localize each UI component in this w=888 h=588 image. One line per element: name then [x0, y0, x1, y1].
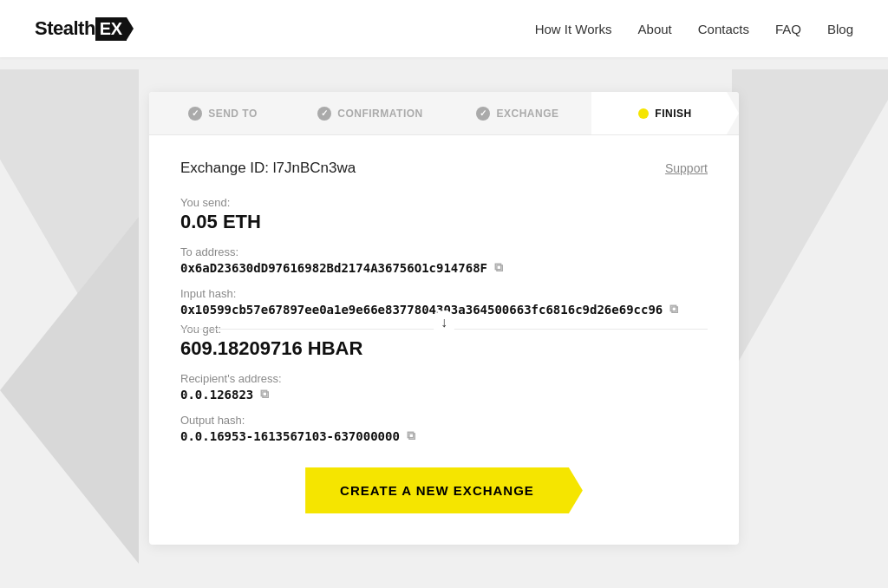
- nav-how-it-works[interactable]: How It Works: [535, 22, 612, 36]
- to-address-label: To address:: [180, 245, 708, 258]
- logo: StealthEX: [35, 17, 127, 41]
- logo-text-stealth: Stealth: [35, 17, 95, 40]
- exchange-card: ✓ SEND TO ✓ CONFIRMATION ✓ EXCHANGE FINI…: [149, 92, 739, 545]
- copy-input-hash-icon[interactable]: ⧉: [669, 302, 678, 317]
- output-hash-section: Output hash: 0.0.16953-1613567103-637000…: [180, 414, 708, 443]
- to-address-section: To address: 0x6aD23630dD97616982Bd2174A3…: [180, 245, 708, 275]
- step-send-to: ✓ SEND TO: [149, 92, 297, 134]
- steps-bar: ✓ SEND TO ✓ CONFIRMATION ✓ EXCHANGE FINI…: [149, 92, 739, 135]
- nav-faq[interactable]: FAQ: [775, 22, 801, 36]
- input-hash-label: Input hash:: [180, 287, 708, 300]
- step-send-to-icon: ✓: [188, 107, 202, 121]
- step-send-to-label: SEND TO: [208, 108, 258, 120]
- exchange-id: Exchange ID: l7JnBCn3wa: [180, 160, 356, 177]
- step-exchange-icon: ✓: [476, 107, 490, 121]
- step-finish: FINISH: [591, 92, 739, 134]
- step-confirmation: ✓ CONFIRMATION: [297, 92, 444, 134]
- output-hash-value: 0.0.16953-1613567103-637000000 ⧉: [180, 428, 708, 443]
- step-exchange: ✓ EXCHANGE: [444, 92, 591, 134]
- card-body: Exchange ID: l7JnBCn3wa Support You send…: [149, 135, 739, 545]
- main-content: ✓ SEND TO ✓ CONFIRMATION ✓ EXCHANGE FINI…: [0, 57, 888, 579]
- copy-output-hash-icon[interactable]: ⧉: [407, 428, 415, 443]
- step-confirmation-label: CONFIRMATION: [337, 108, 422, 120]
- you-get-value: 609.18209716 HBAR: [180, 337, 708, 360]
- step-finish-icon: [638, 108, 649, 119]
- recipient-address-section: Recipient's address: 0.0.126823 ⧉: [180, 372, 708, 402]
- main-nav: How It Works About Contacts FAQ Blog: [535, 22, 853, 36]
- header: StealthEX How It Works About Contacts FA…: [0, 0, 888, 57]
- support-link[interactable]: Support: [665, 161, 708, 175]
- nav-about[interactable]: About: [638, 22, 672, 36]
- down-arrow-icon: ↓: [432, 310, 456, 335]
- nav-contacts[interactable]: Contacts: [698, 22, 749, 36]
- nav-blog[interactable]: Blog: [827, 22, 853, 36]
- step-finish-label: FINISH: [655, 108, 691, 120]
- logo-text-ex: EX: [95, 17, 127, 41]
- you-send-value: 0.05 ETH: [180, 211, 708, 233]
- to-address-value: 0x6aD23630dD97616982Bd2174A36756O1c91476…: [180, 260, 708, 275]
- you-send-label: You send:: [180, 196, 708, 209]
- copy-recipient-icon[interactable]: ⧉: [260, 387, 269, 402]
- cta-wrapper: CREATE A NEW EXCHANGE: [180, 467, 708, 513]
- copy-address-icon[interactable]: ⧉: [494, 260, 503, 275]
- step-exchange-label: EXCHANGE: [496, 108, 558, 120]
- recipient-address-value: 0.0.126823 ⧉: [180, 387, 708, 402]
- output-hash-label: Output hash:: [180, 414, 708, 427]
- step-confirmation-icon: ✓: [317, 107, 331, 121]
- you-send-section: You send: 0.05 ETH: [180, 196, 708, 233]
- exchange-id-row: Exchange ID: l7JnBCn3wa Support: [180, 160, 708, 177]
- recipient-address-label: Recipient's address:: [180, 372, 708, 385]
- create-new-exchange-button[interactable]: CREATE A NEW EXCHANGE: [305, 467, 583, 513]
